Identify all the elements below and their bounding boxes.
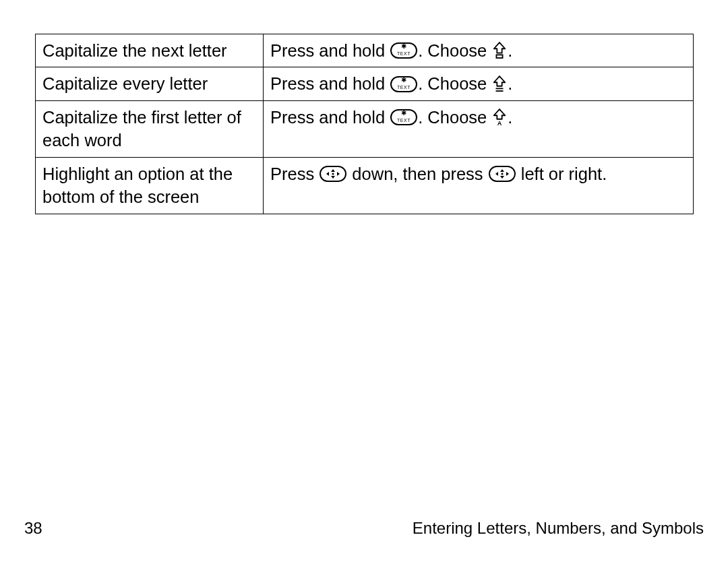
howto-cell: Press and hold . Choose .: [264, 67, 694, 100]
page-number: 38: [24, 519, 42, 538]
text-key-icon: [390, 42, 417, 59]
table-row: Capitalize the next letterPress and hold…: [36, 34, 694, 67]
section-title: Entering Letters, Numbers, and Symbols: [413, 519, 704, 538]
nav-key-icon: [320, 166, 346, 182]
action-cell: Capitalize the next letter: [36, 34, 264, 67]
howto-text: . Choose: [418, 41, 491, 60]
table-row: Capitalize every letterPress and hold . …: [36, 67, 694, 100]
howto-text: Press: [270, 164, 319, 183]
nav-key-icon: [489, 166, 516, 182]
howto-cell: Press and hold . Choose .: [264, 100, 694, 157]
instructions-table: Capitalize the next letterPress and hold…: [35, 34, 694, 214]
howto-text: Press and hold: [270, 108, 390, 127]
howto-text: .: [508, 41, 512, 60]
howto-text: left or right.: [516, 164, 607, 183]
howto-text: . Choose: [418, 108, 491, 127]
text-key-icon: [390, 109, 417, 125]
howto-text: .: [508, 74, 512, 93]
shift-next-icon: [492, 42, 507, 59]
howto-text: down, then press: [347, 164, 487, 183]
action-cell: Highlight an option at the bottom of the…: [36, 157, 264, 214]
page-footer: 38 Entering Letters, Numbers, and Symbol…: [0, 519, 728, 538]
table-row: Capitalize the first letter of each word…: [36, 100, 694, 157]
howto-text: Press and hold: [270, 74, 390, 93]
howto-cell: Press and hold . Choose .: [264, 34, 694, 67]
shift-all-icon: [492, 75, 507, 93]
howto-text: .: [508, 108, 512, 127]
shift-word-icon: [492, 108, 507, 126]
howto-cell: Press down, then press left or right.: [264, 157, 694, 214]
action-cell: Capitalize every letter: [36, 67, 264, 100]
table-row: Highlight an option at the bottom of the…: [36, 157, 694, 214]
howto-text: Press and hold: [270, 41, 390, 60]
howto-text: . Choose: [418, 74, 491, 93]
text-key-icon: [390, 76, 417, 92]
action-cell: Capitalize the first letter of each word: [36, 100, 264, 157]
